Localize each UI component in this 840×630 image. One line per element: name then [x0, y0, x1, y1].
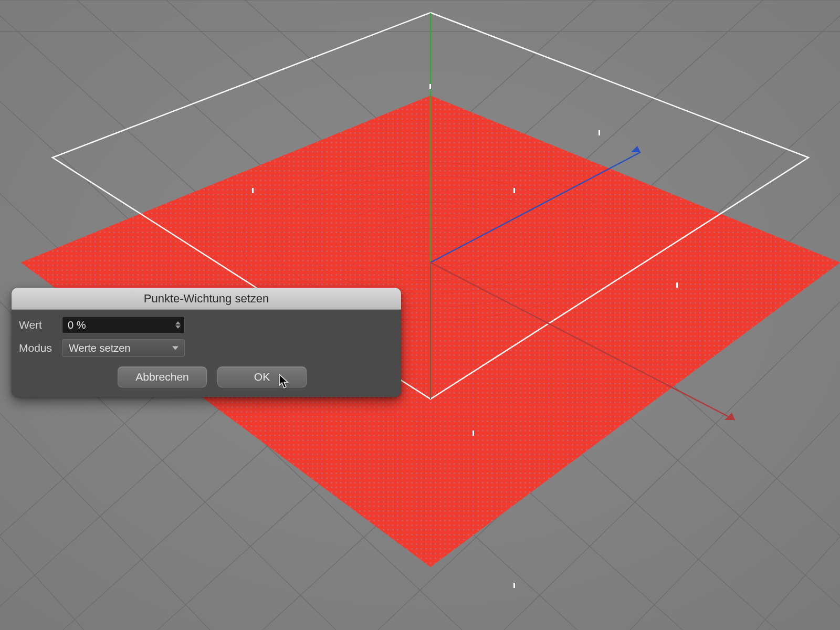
svg-rect-37: [429, 84, 431, 89]
svg-rect-38: [598, 130, 600, 135]
cancel-button[interactable]: Abbrechen: [118, 366, 207, 387]
svg-rect-41: [676, 282, 678, 288]
set-point-weight-dialog: Punkte-Wichtung setzen Wert Modus Werte …: [12, 288, 401, 397]
chevron-up-icon: [175, 321, 181, 324]
chevron-down-icon: [175, 326, 181, 329]
svg-rect-40: [513, 188, 515, 193]
svg-rect-42: [472, 430, 474, 436]
dialog-title: Punkte-Wichtung setzen: [12, 288, 401, 310]
chevron-down-icon: [172, 346, 178, 350]
wert-label: Wert: [17, 319, 62, 331]
ok-button[interactable]: OK: [217, 366, 307, 387]
svg-rect-39: [252, 188, 254, 193]
modus-label: Modus: [17, 342, 62, 354]
modus-select[interactable]: Werte setzen: [62, 339, 185, 357]
wert-stepper[interactable]: [173, 316, 183, 334]
svg-rect-43: [513, 583, 515, 588]
wert-input[interactable]: [62, 316, 185, 334]
modus-select-value: Werte setzen: [69, 342, 130, 354]
